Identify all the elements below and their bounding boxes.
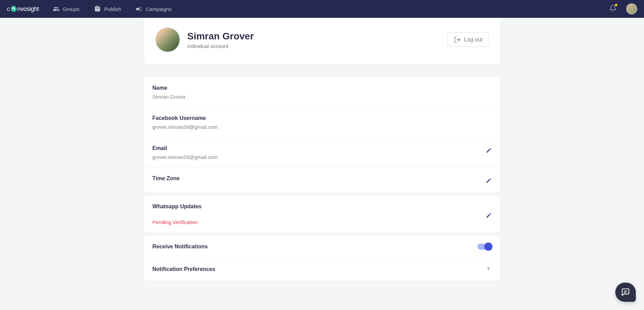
edit-timezone-button[interactable] — [486, 177, 492, 185]
logout-label: Log out — [464, 37, 482, 43]
navbar-right — [609, 3, 637, 14]
logo-text-after: nvosight — [17, 5, 39, 13]
chat-widget[interactable] — [615, 283, 636, 302]
settings-name-content: Name Simran Grover — [153, 85, 492, 100]
notification-preferences-row[interactable]: Notification Preferences — [144, 258, 500, 281]
settings-email-label: Email — [153, 145, 486, 151]
pencil-icon — [486, 212, 492, 219]
settings-row-email: Email grover.simran26@gmail.com — [144, 138, 500, 168]
pencil-icon — [486, 177, 492, 184]
logo-text-before: c — [7, 5, 10, 13]
profile-name: Simran Grover — [187, 31, 254, 42]
campaigns-icon — [135, 5, 142, 12]
receive-notifications-row: Receive Notifications — [144, 236, 500, 258]
edit-whatsapp-button[interactable] — [486, 212, 492, 225]
notifications-card: Receive Notifications Notification Prefe… — [144, 236, 500, 281]
profile-header-left: Simran Grover Individual account — [155, 27, 254, 52]
profile-subtitle: Individual account — [187, 43, 254, 49]
edit-email-button[interactable] — [486, 147, 492, 155]
settings-facebook-value: grover.simran26@gmail.com — [153, 124, 492, 130]
settings-name-label: Name — [153, 85, 492, 91]
logout-button[interactable]: Log out — [447, 33, 489, 47]
whatsapp-label: Whatsapp Updates — [153, 203, 486, 210]
navbar: c nvosight Groups Publish Campaigns — [0, 0, 644, 18]
settings-email-content: Email grover.simran26@gmail.com — [153, 145, 486, 160]
main-content: Simran Grover Individual account Log out… — [0, 18, 644, 281]
logo-icon — [11, 6, 17, 12]
notifications-bell[interactable] — [609, 4, 617, 13]
whatsapp-status: Pending Verification — [153, 219, 486, 225]
notification-preferences-label: Notification Preferences — [153, 266, 215, 272]
navbar-left: c nvosight Groups Publish Campaigns — [7, 5, 172, 13]
settings-facebook-label: Facebook Username — [153, 115, 492, 121]
nav-publish-label: Publish — [104, 6, 121, 12]
pencil-icon — [486, 147, 492, 153]
nav-publish[interactable]: Publish — [94, 5, 121, 12]
whatsapp-card: Whatsapp Updates Pending Verification — [144, 196, 500, 233]
publish-icon — [94, 5, 101, 12]
settings-row-name: Name Simran Grover — [144, 77, 500, 108]
nav-groups[interactable]: Groups — [53, 5, 80, 12]
chevron-right-icon — [485, 265, 492, 272]
logo[interactable]: c nvosight — [7, 5, 39, 13]
settings-row-timezone: Time Zone — [144, 168, 500, 193]
settings-timezone-label: Time Zone — [153, 175, 486, 182]
whatsapp-content: Whatsapp Updates Pending Verification — [153, 203, 486, 225]
settings-timezone-content: Time Zone — [153, 175, 486, 184]
nav-campaigns-label: Campaigns — [146, 6, 172, 12]
profile-info: Simran Grover Individual account — [187, 31, 254, 49]
groups-icon — [53, 5, 60, 12]
nav-campaigns[interactable]: Campaigns — [135, 5, 172, 12]
logout-icon — [454, 36, 461, 43]
chat-icon — [621, 288, 630, 297]
settings-name-value: Simran Grover — [153, 94, 492, 100]
nav-links: Groups Publish Campaigns — [53, 5, 172, 12]
receive-notifications-toggle[interactable] — [477, 244, 492, 250]
settings-facebook-content: Facebook Username grover.simran26@gmail.… — [153, 115, 492, 130]
nav-groups-label: Groups — [63, 6, 80, 12]
bell-notification-dot — [615, 4, 617, 6]
receive-notifications-label: Receive Notifications — [153, 244, 208, 250]
notification-preferences-arrow — [485, 265, 492, 273]
user-avatar[interactable] — [626, 3, 637, 14]
profile-container: Simran Grover Individual account Log out… — [144, 18, 500, 281]
settings-email-value: grover.simran26@gmail.com — [153, 154, 486, 160]
settings-row-facebook: Facebook Username grover.simran26@gmail.… — [144, 108, 500, 138]
settings-card: Name Simran Grover Facebook Username gro… — [144, 77, 500, 193]
profile-avatar — [155, 27, 180, 52]
profile-header-card: Simran Grover Individual account Log out — [144, 18, 500, 64]
